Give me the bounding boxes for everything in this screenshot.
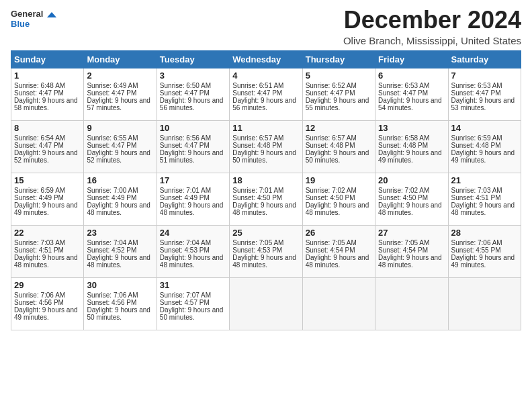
header-saturday: Saturday bbox=[448, 50, 521, 68]
sunset: Sunset: 4:47 PM bbox=[306, 89, 355, 97]
daylight: Daylight: 9 hours and 48 minutes. bbox=[378, 201, 442, 216]
day-number: 26 bbox=[306, 228, 372, 238]
header-friday: Friday bbox=[375, 50, 448, 68]
daylight: Daylight: 9 hours and 51 minutes. bbox=[160, 149, 224, 164]
daylight: Daylight: 9 hours and 49 minutes. bbox=[378, 149, 442, 164]
calendar-cell: 9 Sunrise: 6:55 AM Sunset: 4:47 PM Dayli… bbox=[84, 120, 157, 173]
daylight: Daylight: 9 hours and 48 minutes. bbox=[306, 254, 369, 269]
daylight: Daylight: 9 hours and 48 minutes. bbox=[160, 201, 224, 216]
header-monday: Monday bbox=[84, 50, 157, 68]
day-number: 10 bbox=[160, 123, 226, 133]
day-number: 1 bbox=[14, 71, 81, 81]
calendar-cell bbox=[448, 277, 521, 330]
sunset: Sunset: 4:54 PM bbox=[306, 246, 355, 254]
sunrise: Sunrise: 7:06 AM bbox=[14, 291, 65, 299]
sunrise: Sunrise: 7:07 AM bbox=[160, 291, 211, 299]
daylight: Daylight: 9 hours and 52 minutes. bbox=[14, 149, 78, 164]
sunset: Sunset: 4:47 PM bbox=[378, 89, 428, 97]
daylight: Daylight: 9 hours and 54 minutes. bbox=[378, 97, 442, 111]
daylight: Daylight: 9 hours and 52 minutes. bbox=[87, 149, 150, 164]
sunrise: Sunrise: 7:05 AM bbox=[232, 239, 283, 246]
daylight: Daylight: 9 hours and 56 minutes. bbox=[160, 97, 224, 111]
sunrise: Sunrise: 6:50 AM bbox=[160, 82, 211, 89]
header-thursday: Thursday bbox=[302, 50, 375, 68]
daylight: Daylight: 9 hours and 57 minutes. bbox=[87, 97, 150, 111]
daylight: Daylight: 9 hours and 48 minutes. bbox=[378, 254, 442, 269]
sunset: Sunset: 4:56 PM bbox=[14, 299, 64, 306]
day-number: 3 bbox=[160, 71, 226, 81]
calendar-cell: 15 Sunrise: 6:59 AM Sunset: 4:49 PM Dayl… bbox=[11, 173, 84, 225]
header-wednesday: Wednesday bbox=[230, 50, 302, 68]
header-tuesday: Tuesday bbox=[157, 50, 229, 68]
day-number: 28 bbox=[451, 228, 518, 238]
calendar-cell: 23 Sunrise: 7:04 AM Sunset: 4:52 PM Dayl… bbox=[84, 225, 157, 277]
sunrise: Sunrise: 6:55 AM bbox=[87, 134, 138, 142]
sunset: Sunset: 4:47 PM bbox=[87, 142, 136, 149]
sunset: Sunset: 4:50 PM bbox=[378, 194, 428, 201]
day-number: 24 bbox=[160, 228, 226, 238]
month-title: December 2024 bbox=[343, 7, 521, 34]
day-number: 16 bbox=[87, 175, 153, 185]
daylight: Daylight: 9 hours and 49 minutes. bbox=[451, 149, 515, 164]
sunrise: Sunrise: 6:59 AM bbox=[451, 134, 502, 142]
calendar-cell: 14 Sunrise: 6:59 AM Sunset: 4:48 PM Dayl… bbox=[448, 120, 521, 173]
calendar-cell: 26 Sunrise: 7:05 AM Sunset: 4:54 PM Dayl… bbox=[302, 225, 375, 277]
sunset: Sunset: 4:52 PM bbox=[87, 246, 136, 254]
day-number: 2 bbox=[87, 71, 153, 81]
sunset: Sunset: 4:48 PM bbox=[378, 142, 428, 149]
day-number: 8 bbox=[14, 123, 81, 133]
sunrise: Sunrise: 7:03 AM bbox=[451, 187, 502, 194]
day-number: 9 bbox=[87, 123, 153, 133]
calendar-cell: 13 Sunrise: 6:58 AM Sunset: 4:48 PM Dayl… bbox=[375, 120, 448, 173]
sunset: Sunset: 4:48 PM bbox=[232, 142, 282, 149]
sunrise: Sunrise: 7:04 AM bbox=[87, 239, 138, 246]
sunset: Sunset: 4:47 PM bbox=[160, 142, 210, 149]
calendar-week-5: 29 Sunrise: 7:06 AM Sunset: 4:56 PM Dayl… bbox=[11, 277, 521, 330]
day-number: 17 bbox=[160, 175, 226, 185]
sunrise: Sunrise: 6:57 AM bbox=[306, 134, 357, 142]
location: Olive Branch, Mississippi, United States bbox=[343, 35, 521, 46]
calendar-cell: 19 Sunrise: 7:02 AM Sunset: 4:50 PM Dayl… bbox=[302, 173, 375, 225]
day-number: 14 bbox=[451, 123, 518, 133]
sunset: Sunset: 4:51 PM bbox=[451, 194, 501, 201]
calendar-cell: 11 Sunrise: 6:57 AM Sunset: 4:48 PM Dayl… bbox=[230, 120, 302, 173]
sunset: Sunset: 4:49 PM bbox=[160, 194, 210, 201]
calendar-cell: 21 Sunrise: 7:03 AM Sunset: 4:51 PM Dayl… bbox=[448, 173, 521, 225]
sunrise: Sunrise: 7:04 AM bbox=[160, 239, 211, 246]
title-block: December 2024 Olive Branch, Mississippi,… bbox=[343, 7, 521, 46]
sunrise: Sunrise: 7:01 AM bbox=[160, 187, 211, 194]
day-number: 13 bbox=[378, 123, 445, 133]
sunrise: Sunrise: 6:53 AM bbox=[451, 82, 502, 89]
daylight: Daylight: 9 hours and 50 minutes. bbox=[232, 149, 296, 164]
calendar-cell: 18 Sunrise: 7:01 AM Sunset: 4:50 PM Dayl… bbox=[230, 173, 302, 225]
sunset: Sunset: 4:53 PM bbox=[232, 246, 282, 254]
daylight: Daylight: 9 hours and 49 minutes. bbox=[451, 254, 515, 269]
calendar-cell: 17 Sunrise: 7:01 AM Sunset: 4:49 PM Dayl… bbox=[157, 173, 229, 225]
day-number: 11 bbox=[232, 123, 299, 133]
sunset: Sunset: 4:48 PM bbox=[306, 142, 355, 149]
sunrise: Sunrise: 7:05 AM bbox=[306, 239, 357, 246]
sunset: Sunset: 4:49 PM bbox=[14, 194, 64, 201]
header-row: Sunday Monday Tuesday Wednesday Thursday… bbox=[11, 50, 521, 68]
day-number: 29 bbox=[14, 280, 81, 290]
calendar-cell: 2 Sunrise: 6:49 AM Sunset: 4:47 PM Dayli… bbox=[84, 68, 157, 120]
daylight: Daylight: 9 hours and 49 minutes. bbox=[14, 201, 78, 216]
sunset: Sunset: 4:50 PM bbox=[306, 194, 355, 201]
calendar-cell: 16 Sunrise: 7:00 AM Sunset: 4:49 PM Dayl… bbox=[84, 173, 157, 225]
sunrise: Sunrise: 7:01 AM bbox=[232, 187, 283, 194]
sunrise: Sunrise: 7:02 AM bbox=[306, 187, 357, 194]
daylight: Daylight: 9 hours and 50 minutes. bbox=[87, 306, 150, 321]
sunrise: Sunrise: 6:51 AM bbox=[232, 82, 283, 89]
sunset: Sunset: 4:47 PM bbox=[14, 142, 64, 149]
calendar-cell bbox=[375, 277, 448, 330]
calendar-week-3: 15 Sunrise: 6:59 AM Sunset: 4:49 PM Dayl… bbox=[11, 173, 521, 225]
sunrise: Sunrise: 6:52 AM bbox=[306, 82, 357, 89]
sunset: Sunset: 4:55 PM bbox=[451, 246, 501, 254]
sunset: Sunset: 4:57 PM bbox=[160, 299, 210, 306]
daylight: Daylight: 9 hours and 50 minutes. bbox=[160, 306, 224, 321]
day-number: 19 bbox=[306, 175, 372, 185]
sunrise: Sunrise: 7:03 AM bbox=[14, 239, 65, 246]
sunrise: Sunrise: 7:05 AM bbox=[378, 239, 429, 246]
sunset: Sunset: 4:47 PM bbox=[14, 89, 64, 97]
day-number: 22 bbox=[14, 228, 81, 238]
